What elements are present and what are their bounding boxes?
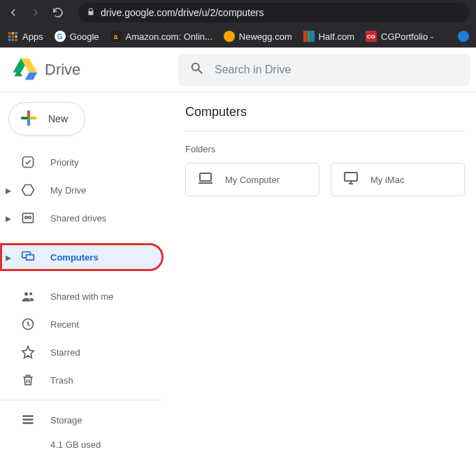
browser-toolbar: drive.google.com/drive/u/2/computers — [0, 0, 476, 25]
svg-rect-17 — [27, 255, 34, 261]
nav-label: Starred — [50, 347, 80, 358]
svg-rect-3 — [8, 36, 10, 38]
mydrive-icon — [20, 182, 36, 198]
folder-card[interactable]: My iMac — [331, 163, 465, 196]
address-bar[interactable]: drive.google.com/drive/u/2/computers — [78, 3, 469, 22]
cg-icon: CG — [366, 31, 377, 42]
laptop-icon — [197, 170, 214, 189]
nav-label: Storage — [50, 415, 82, 425]
svg-point-15 — [29, 217, 31, 219]
nav-label: Shared drives — [50, 213, 106, 224]
back-button[interactable] — [7, 6, 20, 19]
priority-icon — [20, 154, 36, 170]
bookmark-label: CGPortfolio - — [381, 31, 433, 42]
svg-rect-9 — [303, 31, 307, 42]
folder-card-label: My Computer — [225, 175, 280, 185]
logo[interactable]: Drive — [0, 56, 178, 84]
bookmark-label: Amazon.com: Onlin... — [126, 31, 212, 42]
svg-rect-5 — [15, 36, 17, 38]
sidebar-item-mydrive[interactable]: ▸ My Drive — [0, 176, 178, 204]
sidebar-item-shared[interactable]: Shared with me — [0, 282, 178, 310]
trash-icon — [20, 372, 36, 388]
globe-icon — [458, 31, 469, 42]
bookmark-half[interactable]: Half.com — [303, 31, 354, 42]
drive-logo-icon — [13, 56, 38, 84]
product-name: Drive — [45, 61, 80, 79]
nav-label: Shared with me — [50, 291, 113, 302]
folders-grid: My Computer My iMac — [185, 163, 465, 196]
folder-card-label: My iMac — [370, 175, 404, 185]
bookmark-newegg[interactable]: Newegg.com — [224, 31, 292, 42]
bookmark-label: Newegg.com — [239, 31, 292, 42]
nav-list: Priority ▸ My Drive ▸ Shared drives ▸ — [0, 148, 178, 450]
expand-arrow-icon[interactable]: ▸ — [6, 212, 11, 225]
sidebar-item-computers[interactable]: ▸ Computers — [0, 243, 164, 271]
svg-rect-12 — [23, 157, 34, 168]
svg-point-18 — [24, 292, 28, 296]
nav-label: Trash — [50, 375, 73, 386]
svg-rect-2 — [15, 32, 17, 34]
google-icon: G — [55, 31, 66, 42]
shareddrives-icon — [20, 210, 36, 226]
svg-point-14 — [25, 217, 27, 219]
sidebar-item-starred[interactable]: Starred — [0, 338, 178, 366]
sidebar: New Priority ▸ My Drive ▸ S — [0, 92, 178, 450]
bookmark-more[interactable] — [458, 31, 469, 42]
new-button-label: New — [48, 113, 68, 124]
svg-rect-22 — [23, 418, 34, 421]
desktop-icon — [342, 170, 359, 189]
section-label: Folders — [185, 144, 465, 154]
nav-label: My Drive — [50, 185, 86, 196]
bookmarks-bar: Apps G Google a Amazon.com: Onlin... New… — [0, 25, 476, 48]
svg-rect-21 — [23, 415, 34, 417]
svg-rect-7 — [12, 38, 14, 41]
bookmark-label: Half.com — [319, 31, 354, 42]
app-header: Drive — [0, 48, 476, 92]
computers-icon — [20, 249, 36, 265]
svg-rect-8 — [15, 38, 17, 41]
search-input[interactable] — [215, 64, 459, 76]
lock-icon — [87, 6, 95, 19]
storage-used-text: 4.1 GB used — [0, 439, 178, 450]
bookmark-google[interactable]: G Google — [55, 31, 99, 42]
svg-rect-25 — [345, 173, 357, 181]
expand-arrow-icon[interactable]: ▸ — [6, 251, 11, 264]
recent-icon — [20, 316, 36, 333]
url-text: drive.google.com/drive/u/2/computers — [101, 7, 264, 18]
starred-icon — [20, 344, 36, 360]
svg-point-19 — [29, 293, 32, 296]
svg-rect-24 — [200, 173, 211, 181]
forward-button[interactable] — [29, 6, 42, 19]
bookmark-label: Google — [70, 31, 99, 42]
search-box[interactable] — [178, 54, 470, 86]
plus-icon — [17, 107, 40, 131]
sidebar-item-recent[interactable]: Recent — [0, 310, 178, 338]
svg-rect-1 — [12, 32, 14, 34]
bookmark-apps[interactable]: Apps — [7, 31, 43, 42]
search-icon — [189, 61, 205, 79]
page-title: Computers — [185, 105, 465, 131]
svg-rect-4 — [12, 36, 14, 38]
svg-rect-11 — [311, 31, 315, 42]
svg-rect-13 — [23, 213, 34, 222]
bookmark-amazon[interactable]: a Amazon.com: Onlin... — [110, 31, 212, 42]
sidebar-divider — [0, 400, 161, 400]
new-button[interactable]: New — [8, 102, 85, 136]
sidebar-item-trash[interactable]: Trash — [0, 366, 178, 394]
nav-label: Computers — [50, 252, 99, 263]
sidebar-item-shareddrives[interactable]: ▸ Shared drives — [0, 204, 178, 232]
folder-card[interactable]: My Computer — [185, 163, 319, 196]
svg-rect-0 — [8, 32, 10, 34]
sidebar-item-storage[interactable]: Storage — [0, 406, 178, 434]
reload-button[interactable] — [52, 6, 64, 19]
sidebar-item-priority[interactable]: Priority — [0, 148, 178, 176]
half-icon — [303, 31, 315, 42]
nav-label: Recent — [50, 319, 79, 330]
apps-icon — [7, 31, 18, 42]
expand-arrow-icon[interactable]: ▸ — [6, 184, 11, 197]
svg-rect-10 — [307, 31, 310, 42]
amazon-icon: a — [110, 31, 122, 42]
bookmark-cg[interactable]: CG CGPortfolio - — [366, 31, 433, 42]
bookmark-label: Apps — [22, 31, 43, 42]
storage-icon — [20, 411, 36, 428]
